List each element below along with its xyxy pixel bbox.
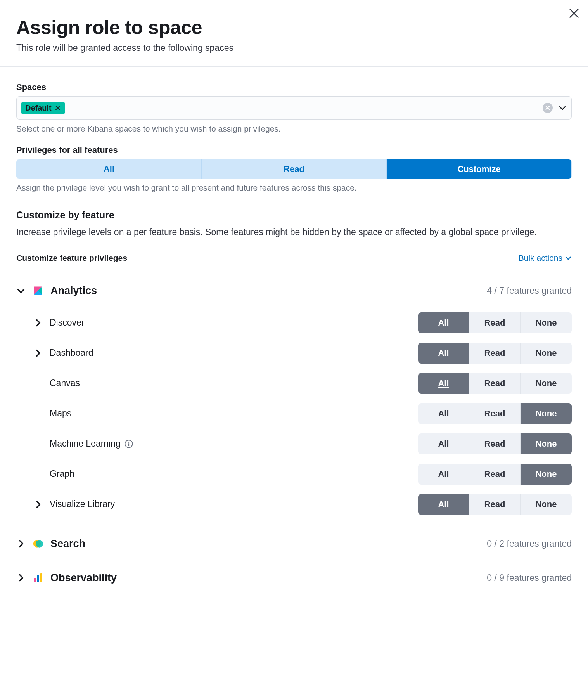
chevron-right-icon <box>33 318 43 327</box>
chevron-right-icon <box>33 348 43 358</box>
feature-priv-label: None <box>536 378 557 388</box>
close-icon <box>569 8 579 19</box>
close-button[interactable] <box>569 8 579 19</box>
spaces-combobox[interactable]: Default <box>16 96 572 120</box>
feature-privilege-group: AllReadNone <box>418 343 572 364</box>
category-name: Observability <box>50 572 117 584</box>
feature-priv-none-button[interactable]: None <box>521 373 572 394</box>
feature-priv-label: All <box>438 439 449 449</box>
feature-row: CanvasAllReadNone <box>16 368 572 399</box>
feature-priv-label: None <box>536 469 557 479</box>
feature-name: Dashboard <box>50 348 93 358</box>
chevron-right-icon <box>33 500 43 509</box>
privilege-button-group: All Read Customize <box>16 159 572 179</box>
feature-name-label: Canvas <box>50 378 80 388</box>
feature-name-label: Discover <box>50 317 84 328</box>
feature-expand-button[interactable] <box>33 500 43 509</box>
feature-priv-label: None <box>536 409 557 418</box>
feature-priv-label: All <box>438 499 449 509</box>
privilege-customize-button[interactable]: Customize <box>387 159 571 179</box>
feature-privilege-group: AllReadNone <box>418 312 572 333</box>
feature-priv-label: Read <box>484 378 505 388</box>
category-name: Analytics <box>50 285 97 297</box>
category-count: 0 / 2 features granted <box>487 539 572 549</box>
feature-row: DashboardAllReadNone <box>16 338 572 368</box>
feature-priv-all-button[interactable]: All <box>418 403 469 424</box>
feature-row: DiscoverAllReadNone <box>16 308 572 338</box>
category-count: 4 / 7 features granted <box>487 286 572 296</box>
privilege-all-button[interactable]: All <box>17 159 202 179</box>
category-count: 0 / 9 features granted <box>487 573 572 583</box>
feature-priv-label: All <box>438 409 449 418</box>
feature-privilege-group: AllReadNone <box>418 494 572 515</box>
feature-name: Graph <box>50 469 74 479</box>
svg-rect-8 <box>34 578 36 582</box>
feature-privilege-group: AllReadNone <box>418 464 572 485</box>
space-badge-default[interactable]: Default <box>21 102 65 114</box>
chevron-down-icon <box>16 286 26 295</box>
feature-priv-label: None <box>536 348 557 358</box>
customize-title: Customize by feature <box>16 210 572 221</box>
feature-priv-none-button[interactable]: None <box>521 433 572 454</box>
feature-priv-read-button[interactable]: Read <box>469 312 521 333</box>
privileges-label: Privileges for all features <box>16 145 572 155</box>
page-subtitle: This role will be granted access to the … <box>16 43 572 53</box>
space-badge-label: Default <box>25 104 52 113</box>
feature-row: GraphAllReadNone <box>16 459 572 489</box>
feature-priv-read-button[interactable]: Read <box>469 373 521 394</box>
feature-priv-label: All <box>438 348 449 358</box>
feature-priv-all-button[interactable]: All <box>418 433 469 454</box>
feature-priv-none-button[interactable]: None <box>521 494 572 515</box>
feature-privilege-group: AllReadNone <box>418 373 572 394</box>
feature-priv-all-button[interactable]: All <box>418 373 469 394</box>
feature-priv-label: None <box>536 499 557 509</box>
combobox-chevron-icon[interactable] <box>558 104 567 112</box>
feature-priv-none-button[interactable]: None <box>521 403 572 424</box>
feature-priv-read-button[interactable]: Read <box>469 464 521 485</box>
feature-name: Visualize Library <box>50 499 115 509</box>
privileges-help: Assign the privilege level you wish to g… <box>16 183 572 192</box>
feature-name-label: Dashboard <box>50 348 93 358</box>
svg-rect-9 <box>37 575 39 582</box>
spaces-help: Select one or more Kibana spaces to whic… <box>16 124 572 133</box>
feature-priv-read-button[interactable]: Read <box>469 403 521 424</box>
feature-priv-all-button[interactable]: All <box>418 494 469 515</box>
info-icon[interactable] <box>125 440 133 448</box>
customize-feature-priv-label: Customize feature privileges <box>16 253 127 263</box>
feature-priv-read-button[interactable]: Read <box>469 494 521 515</box>
svg-point-7 <box>36 540 43 548</box>
svg-rect-10 <box>40 573 42 582</box>
clear-spaces-button[interactable] <box>543 103 553 113</box>
feature-priv-none-button[interactable]: None <box>521 312 572 333</box>
feature-priv-none-button[interactable]: None <box>521 464 572 485</box>
privilege-read-button[interactable]: Read <box>202 159 387 179</box>
feature-priv-all-button[interactable]: All <box>418 343 469 364</box>
feature-name: Machine Learning <box>50 438 133 449</box>
feature-priv-label: None <box>536 318 557 327</box>
category-analytics: Analytics 4 / 7 features granted Discove… <box>16 274 572 527</box>
analytics-icon <box>33 285 43 296</box>
feature-priv-label: All <box>438 469 449 479</box>
feature-name: Maps <box>50 408 71 419</box>
flyout-header: Assign role to space This role will be g… <box>0 0 588 67</box>
remove-space-icon[interactable] <box>55 105 61 111</box>
chevron-right-icon <box>16 573 26 582</box>
feature-priv-read-button[interactable]: Read <box>469 433 521 454</box>
feature-row: Visualize LibraryAllReadNone <box>16 489 572 520</box>
category-observability-header[interactable]: Observability 0 / 9 features granted <box>16 561 572 595</box>
category-search-header[interactable]: Search 0 / 2 features granted <box>16 527 572 561</box>
spaces-label: Spaces <box>16 82 572 92</box>
feature-priv-none-button[interactable]: None <box>521 343 572 364</box>
bulk-actions-button[interactable]: Bulk actions <box>519 253 572 263</box>
feature-priv-all-button[interactable]: All <box>418 464 469 485</box>
feature-priv-label: Read <box>484 499 505 509</box>
feature-expand-button[interactable] <box>33 318 43 327</box>
feature-priv-read-button[interactable]: Read <box>469 343 521 364</box>
feature-priv-label: All <box>438 378 449 388</box>
feature-priv-all-button[interactable]: All <box>418 312 469 333</box>
observability-icon <box>33 572 43 583</box>
feature-name-label: Machine Learning <box>50 438 121 449</box>
category-analytics-header[interactable]: Analytics 4 / 7 features granted <box>16 274 572 308</box>
feature-expand-button[interactable] <box>33 348 43 358</box>
feature-row: Machine LearningAllReadNone <box>16 429 572 459</box>
